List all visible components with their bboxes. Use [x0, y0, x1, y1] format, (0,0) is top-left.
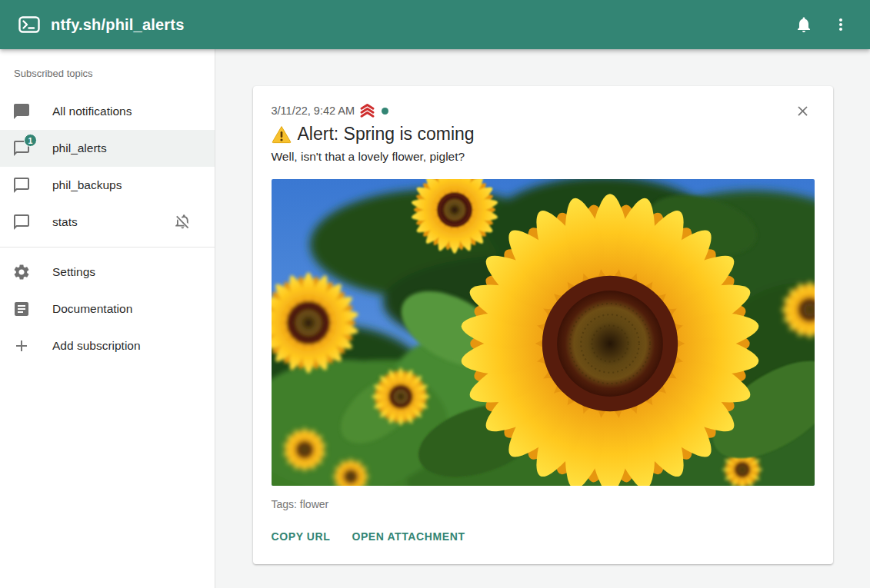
notification-body: Well, isn't that a lovely flower, piglet…: [272, 150, 815, 164]
article-icon: [12, 300, 31, 318]
notification-card: 3/11/22, 9:42 AM: [253, 86, 833, 564]
close-icon: [795, 103, 813, 119]
notifications-off-icon: [173, 213, 192, 231]
sidebar: Subscribed topics All notifications 1 ph…: [0, 49, 215, 588]
app-title: ntfy.sh/phil_alerts: [51, 16, 184, 34]
copy-url-button[interactable]: COPY URL: [272, 530, 331, 543]
gear-icon: [12, 263, 31, 281]
sidebar-item-phil-alerts[interactable]: 1 phil_alerts: [0, 130, 215, 167]
sidebar-item-label: All notifications: [52, 105, 132, 118]
attachment-image-sunflowers[interactable]: [272, 179, 815, 486]
unread-count-badge: 1: [24, 134, 37, 147]
warning-emoji-icon: [272, 125, 292, 144]
app-bar: ntfy.sh/phil_alerts: [0, 0, 870, 49]
sidebar-item-label: phil_backups: [52, 178, 122, 192]
overflow-menu-button[interactable]: [822, 6, 859, 43]
open-attachment-button[interactable]: OPEN ATTACHMENT: [352, 530, 465, 543]
bell-icon: [795, 15, 813, 34]
sidebar-item-label: phil_alerts: [52, 141, 107, 155]
chat-bubble-filled-icon: [12, 102, 31, 121]
chat-bubble-outline-icon: [12, 213, 31, 231]
terminal-logo-icon: [18, 16, 40, 33]
sidebar-item-add-subscription[interactable]: Add subscription: [0, 327, 215, 364]
sidebar-item-settings[interactable]: Settings: [0, 254, 215, 291]
close-notification-button[interactable]: [795, 101, 813, 120]
plus-icon: [12, 337, 31, 355]
notification-tags: Tags: flower: [272, 498, 815, 510]
main-content: 3/11/22, 9:42 AM: [215, 49, 870, 588]
sidebar-item-stats[interactable]: stats: [0, 204, 215, 241]
unread-dot: [382, 108, 388, 115]
priority-max-icon: [359, 103, 375, 118]
notification-timestamp: 3/11/22, 9:42 AM: [272, 105, 355, 117]
kebab-menu-icon: [832, 15, 850, 34]
chat-bubble-outline-icon: 1: [12, 139, 31, 158]
notification-title: Alert: Spring is coming: [272, 124, 815, 145]
sidebar-divider: [0, 247, 215, 247]
notifications-bell-button[interactable]: [785, 6, 822, 43]
sidebar-item-label: stats: [52, 215, 78, 229]
sidebar-item-label: Settings: [52, 265, 95, 279]
sidebar-item-label: Add subscription: [52, 339, 141, 353]
sidebar-item-phil-backups[interactable]: phil_backups: [0, 167, 215, 204]
sidebar-item-all-notifications[interactable]: All notifications: [0, 93, 215, 130]
sidebar-item-label: Documentation: [52, 302, 132, 316]
sidebar-item-documentation[interactable]: Documentation: [0, 291, 215, 327]
subscribed-topics-label: Subscribed topics: [0, 68, 215, 79]
chat-bubble-outline-icon: [12, 176, 31, 194]
